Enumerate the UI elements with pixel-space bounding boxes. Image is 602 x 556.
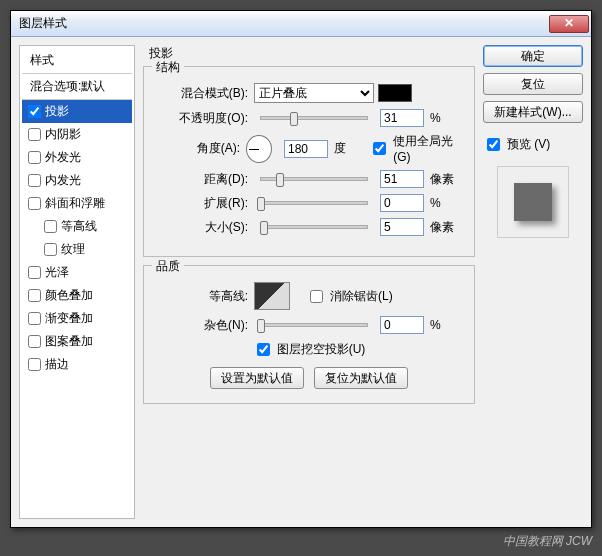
style-item-checkbox[interactable]: [28, 128, 41, 141]
titlebar: 图层样式 ✕: [11, 11, 591, 37]
style-item-8[interactable]: 颜色叠加: [22, 284, 132, 307]
style-item-label: 颜色叠加: [45, 287, 93, 304]
contour-picker[interactable]: [254, 282, 290, 310]
style-item-6[interactable]: 纹理: [22, 238, 132, 261]
ok-button[interactable]: 确定: [483, 45, 583, 67]
size-label: 大小(S):: [156, 219, 248, 236]
style-item-label: 描边: [45, 356, 69, 373]
style-item-label: 光泽: [45, 264, 69, 281]
shadow-color-swatch[interactable]: [378, 84, 412, 102]
style-item-label: 投影: [45, 103, 69, 120]
style-item-checkbox[interactable]: [28, 197, 41, 210]
style-item-checkbox[interactable]: [28, 151, 41, 164]
spread-label: 扩展(R):: [156, 195, 248, 212]
distance-label: 距离(D):: [156, 171, 248, 188]
style-item-label: 内阴影: [45, 126, 81, 143]
preview-thumbnail: [497, 166, 569, 238]
panel-title: 投影: [149, 45, 475, 62]
close-button[interactable]: ✕: [549, 15, 589, 33]
opacity-input[interactable]: [380, 109, 424, 127]
knockout-checkbox[interactable]: 图层挖空投影(U): [253, 340, 366, 359]
quality-group: 品质 等高线: 消除锯齿(L) 杂色(N): %: [143, 265, 475, 404]
blend-mode-select[interactable]: 正片叠底: [254, 83, 374, 103]
style-item-7[interactable]: 光泽: [22, 261, 132, 284]
noise-slider[interactable]: [260, 323, 368, 327]
size-slider[interactable]: [260, 225, 368, 229]
style-item-checkbox[interactable]: [28, 312, 41, 325]
style-item-5[interactable]: 等高线: [22, 215, 132, 238]
make-default-button[interactable]: 设置为默认值: [210, 367, 304, 389]
style-item-checkbox[interactable]: [28, 358, 41, 371]
size-input[interactable]: [380, 218, 424, 236]
blend-mode-label: 混合模式(B):: [156, 85, 248, 102]
global-light-checkbox[interactable]: 使用全局光(G): [369, 133, 462, 164]
style-item-label: 内发光: [45, 172, 81, 189]
style-item-3[interactable]: 内发光: [22, 169, 132, 192]
angle-dial[interactable]: [246, 135, 272, 163]
layer-style-dialog: 图层样式 ✕ 样式 混合选项:默认 投影内阴影外发光内发光斜面和浮雕等高线纹理光…: [10, 10, 592, 528]
style-item-checkbox[interactable]: [44, 220, 57, 233]
spread-slider[interactable]: [260, 201, 368, 205]
style-item-label: 渐变叠加: [45, 310, 93, 327]
antialias-checkbox[interactable]: 消除锯齿(L): [306, 287, 393, 306]
style-item-10[interactable]: 图案叠加: [22, 330, 132, 353]
style-item-9[interactable]: 渐变叠加: [22, 307, 132, 330]
cancel-button[interactable]: 复位: [483, 73, 583, 95]
opacity-unit: %: [430, 111, 462, 125]
window-title: 图层样式: [19, 15, 549, 32]
style-item-label: 图案叠加: [45, 333, 93, 350]
watermark: 中国教程网 JCW: [503, 533, 592, 538]
structure-legend: 结构: [152, 59, 184, 76]
size-unit: 像素: [430, 219, 462, 236]
distance-unit: 像素: [430, 171, 462, 188]
style-item-checkbox[interactable]: [44, 243, 57, 256]
style-item-checkbox[interactable]: [28, 105, 41, 118]
angle-label: 角度(A):: [156, 140, 240, 157]
noise-unit: %: [430, 318, 462, 332]
style-item-checkbox[interactable]: [28, 335, 41, 348]
spread-input[interactable]: [380, 194, 424, 212]
opacity-slider[interactable]: [260, 116, 368, 120]
dialog-body: 样式 混合选项:默认 投影内阴影外发光内发光斜面和浮雕等高线纹理光泽颜色叠加渐变…: [11, 37, 591, 527]
distance-slider[interactable]: [260, 177, 368, 181]
opacity-label: 不透明度(O):: [156, 110, 248, 127]
action-column: 确定 复位 新建样式(W)... 预览 (V): [483, 45, 583, 519]
noise-input[interactable]: [380, 316, 424, 334]
styles-header[interactable]: 样式: [22, 48, 132, 74]
style-item-11[interactable]: 描边: [22, 353, 132, 376]
quality-legend: 品质: [152, 258, 184, 275]
style-item-label: 纹理: [61, 241, 85, 258]
style-item-label: 外发光: [45, 149, 81, 166]
style-item-checkbox[interactable]: [28, 266, 41, 279]
style-item-label: 斜面和浮雕: [45, 195, 105, 212]
angle-unit: 度: [334, 140, 363, 157]
new-style-button[interactable]: 新建样式(W)...: [483, 101, 583, 123]
distance-input[interactable]: [380, 170, 424, 188]
style-item-1[interactable]: 内阴影: [22, 123, 132, 146]
angle-input[interactable]: [284, 140, 328, 158]
reset-default-button[interactable]: 复位为默认值: [314, 367, 408, 389]
style-item-checkbox[interactable]: [28, 174, 41, 187]
blend-options-default[interactable]: 混合选项:默认: [22, 74, 132, 100]
contour-label: 等高线:: [156, 288, 248, 305]
style-item-checkbox[interactable]: [28, 289, 41, 302]
effect-panel: 投影 结构 混合模式(B): 正片叠底 不透明度(O):: [143, 45, 475, 519]
style-item-0[interactable]: 投影: [22, 100, 132, 123]
noise-label: 杂色(N):: [156, 317, 248, 334]
styles-list: 样式 混合选项:默认 投影内阴影外发光内发光斜面和浮雕等高线纹理光泽颜色叠加渐变…: [19, 45, 135, 519]
structure-group: 结构 混合模式(B): 正片叠底 不透明度(O): %: [143, 66, 475, 257]
style-item-4[interactable]: 斜面和浮雕: [22, 192, 132, 215]
style-item-2[interactable]: 外发光: [22, 146, 132, 169]
style-item-label: 等高线: [61, 218, 97, 235]
preview-checkbox[interactable]: 预览 (V): [483, 135, 583, 154]
spread-unit: %: [430, 196, 462, 210]
